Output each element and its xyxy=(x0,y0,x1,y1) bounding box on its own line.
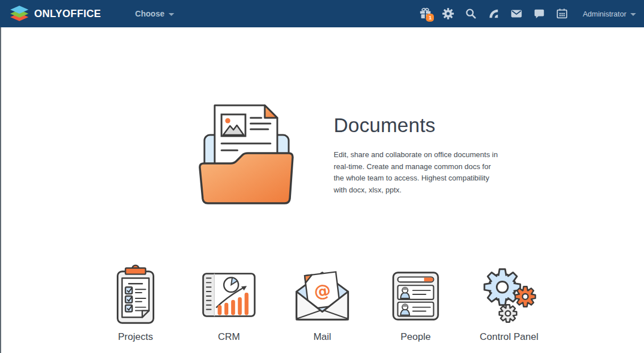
documents-title-link[interactable]: Documents xyxy=(334,114,504,137)
chat-bubble-icon xyxy=(533,7,545,20)
chevron-down-icon xyxy=(169,13,174,16)
module-label-crm: CRM xyxy=(218,331,240,343)
projects-clipboard-icon xyxy=(102,261,169,329)
feed-button[interactable] xyxy=(482,0,505,27)
module-chooser-label: Choose xyxy=(135,9,164,18)
module-control-panel[interactable]: Control Panel xyxy=(462,261,556,343)
search-button[interactable] xyxy=(460,0,482,27)
search-icon xyxy=(465,7,477,20)
documents-module-link[interactable] xyxy=(192,100,306,208)
gift-badge: 1 xyxy=(426,14,434,22)
module-mail[interactable]: @ Mail xyxy=(276,261,369,343)
user-name: Administrator xyxy=(583,10,626,18)
mail-envelope-icon: @ xyxy=(289,261,356,329)
modules-row: Projects xyxy=(89,261,556,343)
top-navigation-bar: ONLYOFFICE Choose 1 xyxy=(0,0,644,27)
module-projects[interactable]: Projects xyxy=(89,261,182,343)
settings-button[interactable] xyxy=(437,0,460,27)
gift-button[interactable]: 1 xyxy=(414,0,437,27)
module-label-control-panel: Control Panel xyxy=(479,331,538,343)
feed-icon xyxy=(487,7,500,20)
module-people[interactable]: People xyxy=(369,261,462,343)
mail-icon xyxy=(510,7,523,20)
onlyoffice-logo[interactable]: ONLYOFFICE xyxy=(0,5,101,22)
mail-button[interactable] xyxy=(505,0,528,27)
documents-hero: Documents Edit, share and collaborate on… xyxy=(334,114,504,196)
module-label-mail: Mail xyxy=(313,331,331,343)
user-menu[interactable]: Administrator xyxy=(583,10,636,18)
svg-text:@: @ xyxy=(313,280,331,301)
documents-description: Edit, share and collaborate on office do… xyxy=(334,149,500,196)
module-crm[interactable]: CRM xyxy=(182,261,276,343)
people-cards-icon xyxy=(382,261,449,329)
talk-button[interactable] xyxy=(528,0,551,27)
calendar-button[interactable] xyxy=(551,0,573,27)
chevron-down-icon xyxy=(630,13,636,16)
gears-icon xyxy=(475,261,543,329)
module-label-projects: Projects xyxy=(118,331,153,343)
crm-chart-icon xyxy=(195,261,262,329)
gear-icon xyxy=(442,7,454,20)
module-chooser-dropdown[interactable]: Choose xyxy=(135,9,174,18)
window-edge xyxy=(0,27,1,353)
module-label-people: People xyxy=(401,331,431,343)
documents-folder-icon xyxy=(192,100,306,208)
brand-name: ONLYOFFICE xyxy=(34,8,101,20)
topbar-actions: 1 xyxy=(414,0,644,27)
calendar-icon xyxy=(556,7,568,20)
onlyoffice-layers-icon xyxy=(9,5,30,22)
